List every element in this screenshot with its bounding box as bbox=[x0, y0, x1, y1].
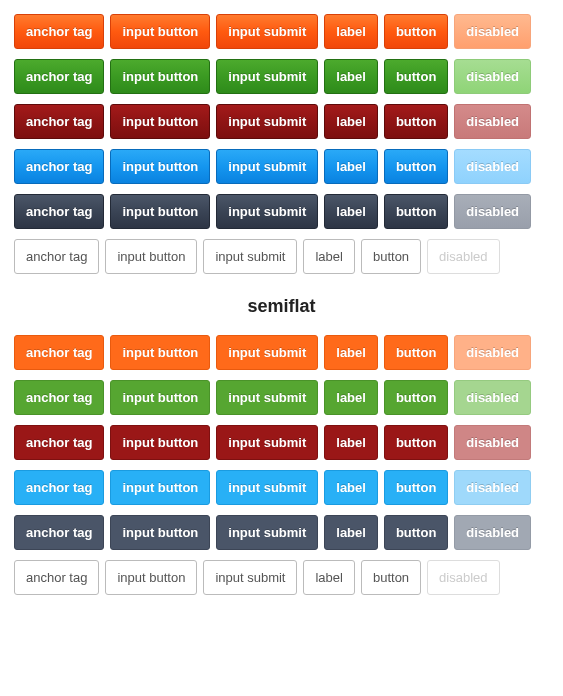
input-submit-button[interactable]: input submit bbox=[216, 14, 318, 49]
disabled-button: disabled bbox=[427, 239, 499, 274]
input-submit-button[interactable]: input submit bbox=[216, 515, 318, 550]
input-button[interactable]: input button bbox=[110, 380, 210, 415]
input-submit-button[interactable]: input submit bbox=[216, 425, 318, 460]
label-button[interactable]: label bbox=[324, 59, 378, 94]
anchor-tag-button[interactable]: anchor tag bbox=[14, 194, 104, 229]
disabled-button: disabled bbox=[454, 149, 531, 184]
label-button[interactable]: label bbox=[324, 149, 378, 184]
anchor-tag-button[interactable]: anchor tag bbox=[14, 104, 104, 139]
input-button[interactable]: input button bbox=[110, 335, 210, 370]
input-submit-button[interactable]: input submit bbox=[203, 560, 297, 595]
button-style-semiflat-block: anchor tag input button input submit lab… bbox=[14, 335, 549, 595]
anchor-tag-button[interactable]: anchor tag bbox=[14, 425, 104, 460]
row-orange: anchor tag input button input submit lab… bbox=[14, 335, 549, 370]
anchor-tag-button[interactable]: anchor tag bbox=[14, 335, 104, 370]
input-submit-button[interactable]: input submit bbox=[203, 239, 297, 274]
button[interactable]: button bbox=[384, 59, 448, 94]
button[interactable]: button bbox=[384, 380, 448, 415]
input-submit-button[interactable]: input submit bbox=[216, 335, 318, 370]
anchor-tag-button[interactable]: anchor tag bbox=[14, 14, 104, 49]
input-button[interactable]: input button bbox=[110, 425, 210, 460]
input-submit-button[interactable]: input submit bbox=[216, 194, 318, 229]
button[interactable]: button bbox=[384, 335, 448, 370]
row-dark: anchor tag input button input submit lab… bbox=[14, 515, 549, 550]
disabled-button: disabled bbox=[454, 470, 531, 505]
disabled-button: disabled bbox=[454, 380, 531, 415]
input-button[interactable]: input button bbox=[110, 470, 210, 505]
anchor-tag-button[interactable]: anchor tag bbox=[14, 515, 104, 550]
row-red: anchor tag input button input submit lab… bbox=[14, 104, 549, 139]
label-button[interactable]: label bbox=[303, 560, 354, 595]
input-submit-button[interactable]: input submit bbox=[216, 470, 318, 505]
row-dark: anchor tag input button input submit lab… bbox=[14, 194, 549, 229]
label-button[interactable]: label bbox=[324, 194, 378, 229]
input-submit-button[interactable]: input submit bbox=[216, 104, 318, 139]
button[interactable]: button bbox=[384, 515, 448, 550]
label-button[interactable]: label bbox=[324, 470, 378, 505]
disabled-button: disabled bbox=[427, 560, 499, 595]
disabled-button: disabled bbox=[454, 14, 531, 49]
input-submit-button[interactable]: input submit bbox=[216, 380, 318, 415]
button[interactable]: button bbox=[384, 194, 448, 229]
label-button[interactable]: label bbox=[324, 515, 378, 550]
row-green: anchor tag input button input submit lab… bbox=[14, 380, 549, 415]
button[interactable]: button bbox=[384, 149, 448, 184]
anchor-tag-button[interactable]: anchor tag bbox=[14, 560, 99, 595]
input-submit-button[interactable]: input submit bbox=[216, 59, 318, 94]
disabled-button: disabled bbox=[454, 104, 531, 139]
row-white: anchor tag input button input submit lab… bbox=[14, 560, 549, 595]
label-button[interactable]: label bbox=[324, 335, 378, 370]
disabled-button: disabled bbox=[454, 194, 531, 229]
input-button[interactable]: input button bbox=[110, 149, 210, 184]
label-button[interactable]: label bbox=[324, 380, 378, 415]
disabled-button: disabled bbox=[454, 425, 531, 460]
anchor-tag-button[interactable]: anchor tag bbox=[14, 470, 104, 505]
input-button[interactable]: input button bbox=[110, 515, 210, 550]
label-button[interactable]: label bbox=[303, 239, 354, 274]
input-button[interactable]: input button bbox=[110, 59, 210, 94]
disabled-button: disabled bbox=[454, 59, 531, 94]
anchor-tag-button[interactable]: anchor tag bbox=[14, 59, 104, 94]
button[interactable]: button bbox=[384, 14, 448, 49]
label-button[interactable]: label bbox=[324, 104, 378, 139]
input-submit-button[interactable]: input submit bbox=[216, 149, 318, 184]
label-button[interactable]: label bbox=[324, 425, 378, 460]
input-button[interactable]: input button bbox=[110, 194, 210, 229]
row-red: anchor tag input button input submit lab… bbox=[14, 425, 549, 460]
input-button[interactable]: input button bbox=[110, 104, 210, 139]
button[interactable]: button bbox=[384, 470, 448, 505]
button-style-3d-block: anchor tag input button input submit lab… bbox=[14, 14, 549, 274]
button[interactable]: button bbox=[384, 104, 448, 139]
section-heading-semiflat: semiflat bbox=[14, 296, 549, 317]
input-button[interactable]: input button bbox=[105, 239, 197, 274]
disabled-button: disabled bbox=[454, 335, 531, 370]
button[interactable]: button bbox=[361, 560, 421, 595]
row-green: anchor tag input button input submit lab… bbox=[14, 59, 549, 94]
anchor-tag-button[interactable]: anchor tag bbox=[14, 239, 99, 274]
row-blue: anchor tag input button input submit lab… bbox=[14, 470, 549, 505]
disabled-button: disabled bbox=[454, 515, 531, 550]
row-orange: anchor tag input button input submit lab… bbox=[14, 14, 549, 49]
label-button[interactable]: label bbox=[324, 14, 378, 49]
button[interactable]: button bbox=[384, 425, 448, 460]
anchor-tag-button[interactable]: anchor tag bbox=[14, 380, 104, 415]
input-button[interactable]: input button bbox=[105, 560, 197, 595]
input-button[interactable]: input button bbox=[110, 14, 210, 49]
anchor-tag-button[interactable]: anchor tag bbox=[14, 149, 104, 184]
row-blue: anchor tag input button input submit lab… bbox=[14, 149, 549, 184]
button[interactable]: button bbox=[361, 239, 421, 274]
row-white: anchor tag input button input submit lab… bbox=[14, 239, 549, 274]
